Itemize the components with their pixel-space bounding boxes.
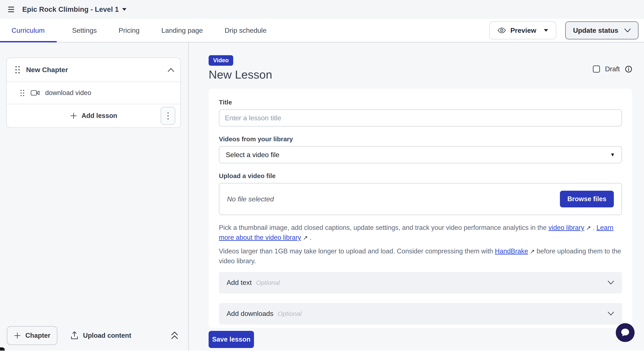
lesson-header: Video New Lesson Draft bbox=[208, 55, 632, 81]
library-label: Videos from your library bbox=[219, 136, 622, 143]
tab-bar: Curriculum Settings Pricing Landing page… bbox=[0, 19, 644, 42]
upload-file-label: Upload a video file bbox=[219, 172, 622, 180]
external-link-icon: ↗ bbox=[530, 248, 535, 255]
add-lesson-row: Add lesson bbox=[7, 104, 180, 127]
kebab-menu-icon bbox=[168, 112, 168, 120]
optional-label: Optional bbox=[256, 279, 280, 286]
curriculum-sidebar: New Chapter download video bbox=[0, 42, 189, 350]
chevron-down-icon bbox=[608, 312, 614, 316]
help-text-part: . bbox=[308, 234, 312, 241]
chevron-up-icon[interactable] bbox=[168, 68, 174, 72]
draft-toggle-row: Draft bbox=[593, 65, 632, 73]
update-status-label: Update status bbox=[573, 26, 618, 34]
plus-icon bbox=[70, 112, 77, 120]
preview-button[interactable]: Preview bbox=[489, 22, 556, 40]
help-text-part: . bbox=[591, 224, 596, 231]
no-file-text: No file selected bbox=[227, 195, 274, 203]
upload-icon bbox=[70, 331, 78, 340]
tab-landing-page[interactable]: Landing page bbox=[155, 18, 209, 42]
chevron-down-icon bbox=[608, 280, 614, 285]
update-status-button[interactable]: Update status bbox=[565, 22, 638, 40]
chapter-menu-button[interactable] bbox=[161, 107, 175, 125]
help-text-part: Pick a thumbnail image, add closed capti… bbox=[219, 224, 548, 231]
video-library-link[interactable]: video library bbox=[548, 224, 584, 231]
handbrake-link[interactable]: HandBrake bbox=[495, 248, 528, 255]
sidebar-footer: Chapter Upload content bbox=[7, 326, 179, 345]
page-title: New Lesson bbox=[208, 68, 632, 81]
lesson-type-badge: Video bbox=[208, 55, 233, 66]
tab-pricing[interactable]: Pricing bbox=[112, 18, 146, 42]
external-link-icon: ↗ bbox=[303, 234, 308, 241]
preview-caret-icon bbox=[544, 29, 548, 32]
external-link-icon: ↗ bbox=[586, 225, 591, 231]
lesson-form-card: Title Videos from your library Select a … bbox=[208, 89, 632, 328]
upload-content-label: Upload content bbox=[83, 332, 131, 340]
help-text-part: Videos larger than 1GB may take longer t… bbox=[219, 248, 495, 255]
optional-label: Optional bbox=[278, 310, 302, 318]
corner-popover-edge bbox=[0, 347, 5, 350]
file-drop-area[interactable]: No file selected Browse files bbox=[219, 183, 622, 215]
hamburger-menu-icon[interactable] bbox=[8, 7, 14, 12]
save-lesson-button[interactable]: Save lesson bbox=[208, 331, 254, 348]
video-library-help-text: Pick a thumbnail image, add closed capti… bbox=[219, 223, 622, 242]
chevron-down-icon bbox=[624, 28, 631, 32]
lesson-title: download video bbox=[45, 89, 91, 97]
collapse-all-icon[interactable] bbox=[170, 331, 179, 340]
plus-icon bbox=[14, 332, 21, 339]
chapter-title: New Chapter bbox=[26, 66, 168, 74]
add-lesson-button[interactable]: Add lesson bbox=[70, 112, 117, 120]
draft-label: Draft bbox=[605, 65, 620, 73]
upload-content-button[interactable]: Upload content bbox=[70, 331, 131, 340]
add-chapter-label: Chapter bbox=[25, 332, 50, 340]
drag-handle-icon[interactable] bbox=[16, 66, 20, 74]
course-title-dropdown[interactable]: Epic Rock Climbing - Level 1 bbox=[22, 5, 126, 14]
video-camera-icon bbox=[30, 90, 40, 96]
drag-handle-icon[interactable] bbox=[20, 90, 24, 96]
preview-button-label: Preview bbox=[510, 26, 536, 34]
compression-help-text: Videos larger than 1GB may take longer t… bbox=[219, 246, 622, 266]
video-library-select[interactable]: Select a video file ▼ bbox=[219, 146, 622, 163]
select-value: Select a video file bbox=[226, 151, 280, 159]
add-text-label: Add text bbox=[226, 279, 252, 286]
eye-icon bbox=[498, 27, 506, 34]
course-title: Epic Rock Climbing - Level 1 bbox=[22, 5, 119, 14]
add-chapter-button[interactable]: Chapter bbox=[7, 326, 57, 345]
tab-settings[interactable]: Settings bbox=[66, 18, 103, 42]
add-downloads-expander[interactable]: Add downloads Optional bbox=[219, 303, 622, 324]
dropdown-caret-icon bbox=[122, 8, 126, 11]
draft-checkbox[interactable] bbox=[593, 66, 600, 72]
top-bar: Epic Rock Climbing - Level 1 bbox=[0, 0, 644, 19]
lesson-title-input[interactable] bbox=[219, 109, 622, 126]
chapter-header[interactable]: New Chapter bbox=[7, 58, 180, 82]
tab-drip-schedule[interactable]: Drip schedule bbox=[218, 18, 273, 42]
chat-bubble-icon bbox=[620, 327, 631, 338]
lesson-row[interactable]: download video bbox=[7, 82, 180, 104]
add-text-expander[interactable]: Add text Optional bbox=[219, 272, 622, 294]
browse-files-button[interactable]: Browse files bbox=[560, 191, 614, 208]
chapter-card: New Chapter download video bbox=[6, 58, 181, 128]
tab-curriculum[interactable]: Curriculum bbox=[0, 18, 57, 42]
add-lesson-label: Add lesson bbox=[82, 112, 117, 120]
add-downloads-label: Add downloads bbox=[226, 310, 274, 318]
lesson-editor: Video New Lesson Draft Title Videos from… bbox=[189, 42, 644, 350]
info-icon[interactable] bbox=[625, 66, 632, 73]
select-caret-icon: ▼ bbox=[610, 152, 615, 158]
chat-launcher-button[interactable] bbox=[616, 323, 634, 342]
title-label: Title bbox=[219, 99, 622, 106]
